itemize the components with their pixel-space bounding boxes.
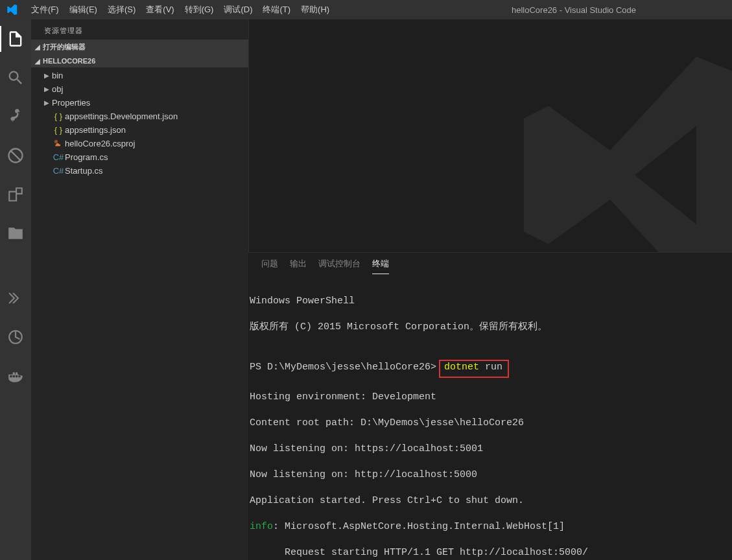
open-editors-label: 打开的编辑器 bbox=[43, 42, 86, 52]
menu-go[interactable]: 转到(G) bbox=[180, 4, 219, 16]
terminal-line: info: Microsoft.AspNetCore.Hosting.Inter… bbox=[250, 520, 729, 533]
menu-debug[interactable]: 调试(D) bbox=[218, 4, 257, 16]
terminal-line: Application started. Press Ctrl+C to shu… bbox=[250, 495, 729, 508]
menu-selection[interactable]: 选择(S) bbox=[102, 4, 141, 16]
tree-label: Properties bbox=[52, 98, 90, 108]
source-control-icon[interactable] bbox=[0, 104, 31, 130]
tree-label: bin bbox=[52, 71, 63, 80]
tree-label: Program.cs bbox=[65, 152, 108, 162]
tree-label: helloCore26.csproj bbox=[65, 139, 135, 148]
extensions-icon[interactable] bbox=[0, 181, 31, 207]
menu-edit[interactable]: 编辑(E) bbox=[64, 4, 102, 16]
tree-folder-obj[interactable]: ▶ obj bbox=[31, 82, 248, 96]
editor-background bbox=[248, 19, 732, 252]
csharp-icon: C# bbox=[52, 152, 65, 162]
menu-terminal[interactable]: 终端(T) bbox=[257, 4, 296, 16]
tree-folder-bin[interactable]: ▶ bin bbox=[31, 69, 248, 82]
chevron-right-icon: ▶ bbox=[44, 72, 52, 79]
terminal-prompt-line: PS D:\MyDemos\jesse\helloCore26>dotnet r… bbox=[250, 360, 729, 378]
editor-area: 问题 输出 调试控制台 终端 Windows PowerShell 版权所有 (… bbox=[248, 19, 732, 560]
svg-line-1 bbox=[10, 150, 21, 161]
vscode-watermark-icon bbox=[512, 52, 732, 252]
chevron-right-icon: ▶ bbox=[44, 86, 52, 93]
xml-icon bbox=[52, 139, 65, 148]
references-icon[interactable] bbox=[0, 285, 31, 311]
menu-help[interactable]: 帮助(H) bbox=[296, 4, 335, 16]
tree-label: obj bbox=[52, 84, 63, 94]
command-highlight: dotnet run bbox=[439, 360, 509, 378]
workspace-label: HELLOCORE26 bbox=[43, 57, 95, 65]
chevron-right-icon: ▶ bbox=[44, 99, 52, 106]
sidebar-title: 资源管理器 bbox=[31, 19, 248, 40]
terminal-line: Content root path: D:\MyDemos\jesse\hell… bbox=[250, 417, 729, 430]
panel-tabs: 问题 输出 调试控制台 终端 bbox=[248, 253, 732, 274]
file-tree: ▶ bin ▶ obj ▶ Properties { } appsettings… bbox=[31, 67, 248, 179]
json-icon: { } bbox=[52, 125, 65, 135]
svg-point-3 bbox=[55, 141, 56, 142]
menu-bar: 文件(F) 编辑(E) 选择(S) 查看(V) 转到(G) 调试(D) 终端(T… bbox=[23, 4, 335, 16]
git-lens-icon[interactable] bbox=[0, 324, 31, 350]
docker-icon[interactable] bbox=[0, 363, 31, 389]
chevron-down-icon: ◢ bbox=[35, 43, 40, 51]
tree-file-startup[interactable]: C# Startup.cs bbox=[31, 164, 248, 178]
tree-file-program[interactable]: C# Program.cs bbox=[31, 150, 248, 164]
tree-label: appsettings.Development.json bbox=[65, 111, 178, 121]
vscode-logo-icon bbox=[0, 4, 23, 16]
terminal-line: Hosting environment: Development bbox=[250, 391, 729, 404]
activity-bar bbox=[0, 19, 31, 560]
open-editors-header[interactable]: ◢ 打开的编辑器 bbox=[31, 40, 248, 54]
tree-label: Startup.cs bbox=[65, 166, 103, 176]
terminal-line: Request starting HTTP/1.1 GET http://loc… bbox=[250, 546, 729, 559]
tab-problems[interactable]: 问题 bbox=[261, 258, 278, 274]
tree-file-appsettings-dev[interactable]: { } appsettings.Development.json bbox=[31, 110, 248, 123]
terminal[interactable]: Windows PowerShell 版权所有 (C) 2015 Microso… bbox=[248, 274, 732, 560]
terminal-line: Now listening on: https://localhost:5001 bbox=[250, 443, 729, 456]
tree-folder-properties[interactable]: ▶ Properties bbox=[31, 96, 248, 110]
window-title: helloCore26 - Visual Studio Code bbox=[343, 5, 732, 15]
menu-file[interactable]: 文件(F) bbox=[26, 4, 64, 16]
json-icon: { } bbox=[52, 111, 65, 121]
tab-debug-console[interactable]: 调试控制台 bbox=[318, 258, 360, 274]
bottom-panel: 问题 输出 调试控制台 终端 Windows PowerShell 版权所有 (… bbox=[248, 252, 732, 560]
debug-icon[interactable] bbox=[0, 143, 31, 169]
tree-label: appsettings.json bbox=[65, 125, 126, 135]
sidebar: 资源管理器 ◢ 打开的编辑器 ◢ HELLOCORE26 ▶ bin ▶ obj… bbox=[31, 19, 248, 560]
explorer-icon[interactable] bbox=[0, 26, 31, 52]
csharp-icon: C# bbox=[52, 166, 65, 176]
tree-file-csproj[interactable]: helloCore26.csproj bbox=[31, 137, 248, 150]
tab-terminal[interactable]: 终端 bbox=[372, 258, 389, 274]
terminal-line: 版权所有 (C) 2015 Microsoft Corporation。保留所有… bbox=[250, 321, 729, 334]
search-icon[interactable] bbox=[0, 65, 31, 91]
title-bar: 文件(F) 编辑(E) 选择(S) 查看(V) 转到(G) 调试(D) 终端(T… bbox=[0, 0, 732, 19]
chevron-down-icon: ◢ bbox=[35, 58, 40, 65]
tab-output[interactable]: 输出 bbox=[290, 258, 307, 274]
folder-icon[interactable] bbox=[0, 220, 31, 246]
tree-file-appsettings[interactable]: { } appsettings.json bbox=[31, 123, 248, 137]
terminal-line: Windows PowerShell bbox=[250, 295, 729, 308]
workspace-header[interactable]: ◢ HELLOCORE26 bbox=[31, 54, 248, 67]
menu-view[interactable]: 查看(V) bbox=[141, 4, 179, 16]
terminal-line: Now listening on: http://localhost:5000 bbox=[250, 469, 729, 482]
